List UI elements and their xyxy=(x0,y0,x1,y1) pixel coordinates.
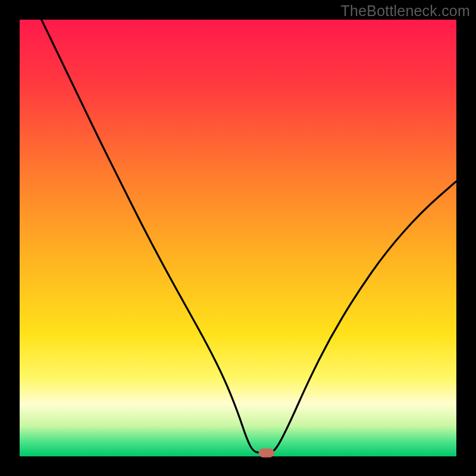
chart-frame: TheBottleneck.com xyxy=(0,0,476,476)
gradient-background xyxy=(20,20,456,456)
optimal-marker xyxy=(259,449,274,458)
watermark-text: TheBottleneck.com xyxy=(341,2,470,20)
bottleneck-chart xyxy=(0,0,476,476)
